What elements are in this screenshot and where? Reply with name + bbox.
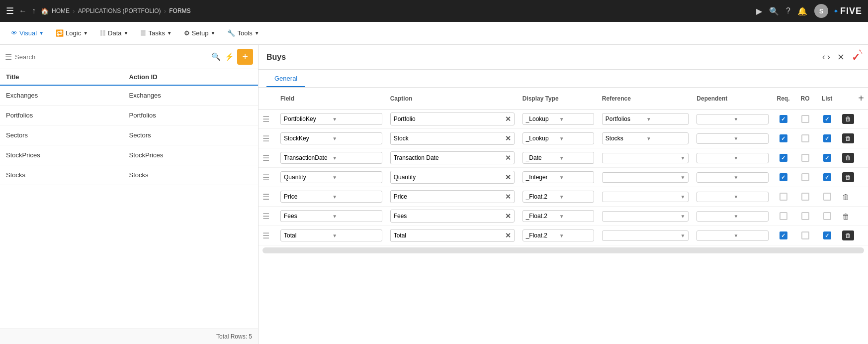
field-select[interactable]: Quantity ▼ (280, 171, 382, 183)
caption-clear-icon[interactable]: ✕ (505, 173, 511, 181)
req-checkbox[interactable] (780, 154, 787, 162)
display-select[interactable]: _Date ▼ (522, 152, 594, 164)
reference-select[interactable]: Stocks ▼ (602, 132, 689, 144)
dependent-select[interactable]: ▼ (696, 211, 768, 222)
drag-handle-icon[interactable]: ☰ (262, 173, 269, 182)
caption-clear-icon[interactable]: ✕ (505, 134, 511, 142)
drag-handle-icon[interactable]: ☰ (262, 193, 269, 201)
toolbar-visual[interactable]: 👁 Visual ▼ (6, 26, 49, 40)
sidebar-item[interactable]: Portfolios Portfolios (0, 106, 258, 125)
dependent-select[interactable]: ▼ (696, 172, 768, 183)
breadcrumb-applications[interactable]: APPLICATIONS (PORTFOLIO) (78, 7, 161, 14)
ro-checkbox[interactable] (801, 231, 809, 239)
play-button[interactable]: ▶ (756, 6, 762, 16)
up-button[interactable]: ↑ (32, 6, 36, 15)
caption-clear-icon[interactable]: ✕ (505, 231, 511, 239)
drag-handle-icon[interactable]: ☰ (262, 115, 269, 123)
caption-field[interactable]: Price ✕ (390, 190, 515, 203)
caption-clear-icon[interactable]: ✕ (505, 115, 511, 123)
caption-field[interactable]: Quantity ✕ (390, 171, 515, 184)
ro-checkbox[interactable] (801, 212, 809, 220)
toolbar-logic[interactable]: 🔁 Logic ▼ (51, 26, 93, 40)
display-select[interactable]: _Lookup ▼ (522, 113, 594, 125)
delete-button[interactable]: 🗑 (842, 133, 854, 143)
bottom-scrollbar[interactable] (262, 247, 864, 253)
home-label[interactable]: HOME (52, 7, 70, 14)
dependent-select[interactable]: ▼ (696, 192, 768, 202)
confirm-check-icon[interactable]: ✓ (852, 51, 860, 63)
display-select[interactable]: _Lookup ▼ (522, 132, 594, 144)
dependent-select[interactable]: ▼ (696, 230, 768, 241)
field-select[interactable]: StockKey ▼ (280, 132, 382, 144)
toolbar-tasks[interactable]: ☰ Tasks ▼ (135, 26, 176, 40)
delete-button[interactable]: 🗑 (842, 153, 854, 163)
req-checkbox[interactable] (780, 212, 787, 220)
dependent-select[interactable]: ▼ (696, 114, 768, 124)
field-select[interactable]: Total ▼ (280, 229, 382, 241)
sidebar-item[interactable]: Stocks Stocks (0, 165, 258, 185)
req-checkbox[interactable] (780, 231, 787, 239)
req-checkbox[interactable] (780, 134, 787, 142)
toolbar-data[interactable]: ☷ Data ▼ (95, 26, 133, 40)
list-checkbox[interactable] (823, 134, 831, 142)
prev-arrow-icon[interactable]: ‹ (822, 52, 825, 62)
list-checkbox[interactable] (823, 115, 831, 123)
sidebar-item[interactable]: Sectors Sectors (0, 125, 258, 145)
back-button[interactable]: ← (19, 6, 27, 15)
sidebar-add-button[interactable]: + (237, 49, 253, 65)
caption-field[interactable]: Total ✕ (390, 229, 515, 242)
toolbar-setup[interactable]: ⚙ Setup ▼ (179, 26, 221, 40)
ro-checkbox[interactable] (801, 134, 809, 142)
reference-select-empty[interactable]: ▼ (602, 192, 689, 202)
delete-button[interactable]: 🗑 (842, 172, 854, 182)
lightning-icon[interactable]: ⚡ (225, 52, 234, 61)
delete-button[interactable]: 🗑 (842, 230, 854, 240)
dependent-select[interactable]: ▼ (696, 133, 768, 144)
list-checkbox[interactable] (823, 231, 831, 239)
req-checkbox[interactable] (780, 193, 787, 201)
hamburger-icon[interactable]: ☰ (6, 5, 14, 16)
ro-checkbox[interactable] (801, 154, 809, 162)
breadcrumb-forms[interactable]: FORMS (169, 7, 190, 14)
close-icon[interactable]: ✕ (837, 52, 845, 63)
display-select[interactable]: _Float.2 ▼ (522, 229, 594, 241)
notifications-button[interactable]: 🔔 (797, 6, 807, 16)
delete-button[interactable]: 🗑 (842, 212, 850, 221)
drag-handle-icon[interactable]: ☰ (262, 231, 269, 240)
caption-field[interactable]: Portfolio ✕ (390, 113, 515, 125)
next-arrow-icon[interactable]: › (827, 52, 830, 62)
caption-field[interactable]: Fees ✕ (390, 210, 515, 223)
search-icon[interactable]: 🔍 (211, 52, 221, 61)
drag-handle-icon[interactable]: ☰ (262, 212, 269, 221)
field-select[interactable]: TransactionDate ▼ (280, 152, 382, 164)
delete-button[interactable]: 🗑 (842, 193, 850, 201)
display-select[interactable]: _Float.2 ▼ (522, 210, 594, 222)
caption-clear-icon[interactable]: ✕ (505, 154, 511, 162)
reference-select-empty[interactable]: ▼ (602, 172, 689, 183)
search-input[interactable] (15, 53, 208, 61)
help-button[interactable]: ? (786, 6, 790, 15)
drag-handle-icon[interactable]: ☰ (262, 134, 269, 143)
caption-clear-icon[interactable]: ✕ (505, 212, 511, 220)
ro-checkbox[interactable] (801, 173, 809, 181)
list-checkbox[interactable] (823, 154, 831, 162)
sidebar-item[interactable]: StockPrices StockPrices (0, 145, 258, 165)
drag-handle-icon[interactable]: ☰ (262, 154, 269, 162)
ro-checkbox[interactable] (801, 115, 809, 123)
ro-checkbox[interactable] (801, 193, 809, 201)
reference-select-empty[interactable]: ▼ (602, 211, 689, 222)
field-select[interactable]: Fees ▼ (280, 210, 382, 222)
avatar[interactable]: S (814, 4, 828, 18)
caption-field[interactable]: Transaction Date ✕ (390, 151, 515, 164)
tab-general[interactable]: General (266, 70, 305, 87)
list-checkbox[interactable] (823, 173, 831, 181)
sidebar-item[interactable]: Exchanges Exchanges (0, 86, 258, 106)
dependent-select[interactable]: ▼ (696, 153, 768, 163)
req-checkbox[interactable] (780, 115, 787, 123)
toolbar-tools[interactable]: 🔧 Tools ▼ (222, 26, 264, 40)
reference-select[interactable]: Portfolios ▼ (602, 113, 689, 125)
reference-select-empty[interactable]: ▼ (602, 153, 689, 163)
caption-field[interactable]: Stock ✕ (390, 132, 515, 145)
field-select[interactable]: Price ▼ (280, 191, 382, 203)
display-select[interactable]: _Float.2 ▼ (522, 191, 594, 203)
